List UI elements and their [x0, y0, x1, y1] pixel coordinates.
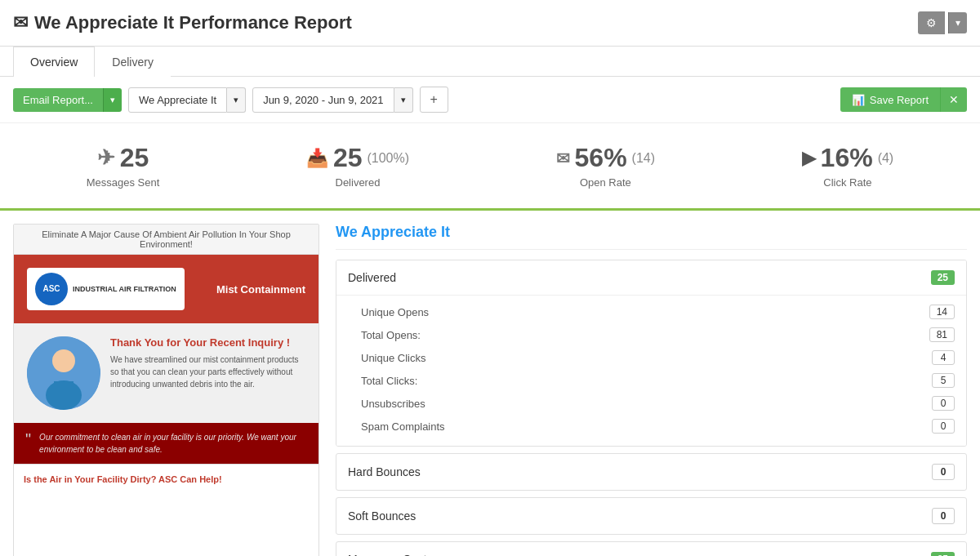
delivered-section: Delivered 25 Unique Opens 14 Total Opens… [336, 260, 967, 447]
toolbar: Email Report... ▾ We Appreciate It ▾ Jun… [0, 77, 980, 123]
messages-sent-value: 25 [120, 143, 149, 173]
report-title: We Appreciate It [336, 224, 967, 250]
svg-point-1 [52, 349, 75, 372]
preview-heading: Thank You for Your Recent Inquiry ! [110, 336, 305, 349]
chart-icon: 📊 [852, 94, 865, 106]
soft-bounces-badge: 0 [932, 508, 955, 524]
date-range-button[interactable]: Jun 9, 2020 - Jun 9, 2021 [252, 87, 394, 113]
svg-rect-3 [54, 381, 74, 398]
toolbar-right: 📊 Save Report ✕ [840, 87, 967, 112]
total-clicks-label: Total Clicks: [348, 375, 417, 387]
campaign-button[interactable]: We Appreciate It [128, 87, 227, 113]
open-rate-label: Open Rate [556, 176, 656, 189]
add-filter-button[interactable]: + [420, 87, 448, 113]
plus-icon: + [430, 92, 438, 106]
campaign-caret-icon: ▾ [234, 95, 238, 105]
preview-cta-text: Is the Air in Your Facility Dirty? ASC C… [24, 474, 309, 484]
gear-button[interactable]: ⚙ [918, 11, 945, 34]
delivered-badge: 25 [931, 270, 955, 285]
header-caret-button[interactable]: ▾ [948, 12, 967, 33]
caret-icon: ▾ [956, 17, 960, 29]
preview-text-block: Thank You for Your Recent Inquiry ! We h… [110, 336, 305, 390]
soft-bounces-label: Soft Bounces [348, 509, 416, 523]
hard-bounces-section[interactable]: Hard Bounces 0 [336, 453, 967, 491]
messages-sent-section-label: Messages Sent [348, 553, 427, 556]
unique-opens-row: Unique Opens 14 [348, 300, 955, 323]
preview-header-title: Mist Containment [216, 283, 305, 296]
preview-quote-text: Our commitment to clean air in your faci… [39, 431, 307, 456]
logo-circle: ASC [35, 273, 68, 305]
preview-header: ASC INDUSTRIAL AIR FILTRATION Mist Conta… [14, 255, 318, 323]
delivered-value: 25 [333, 143, 363, 173]
date-caret[interactable]: ▾ [394, 87, 413, 113]
quote-mark-icon: " [25, 431, 31, 447]
page-header: ✉ We Appreciate It Performance Report ⚙ … [0, 0, 980, 47]
delivered-label: Delivered [306, 176, 409, 189]
logo-text: INDUSTRIAL AIR FILTRATION [73, 284, 176, 295]
unsubscribes-label: Unsubscribes [348, 398, 425, 410]
open-rate-value: 56% [575, 143, 627, 173]
messages-sent-section-badge: 25 [931, 552, 955, 556]
title-text: We Appreciate It Performance Report [34, 12, 352, 33]
close-icon: ✕ [949, 93, 959, 106]
campaign-caret[interactable]: ▾ [227, 87, 246, 113]
click-rate-sub: (4) [878, 151, 894, 166]
total-opens-row: Total Opens: 81 [348, 323, 955, 346]
main-content: Eliminate A Major Cause Of Ambient Air P… [0, 211, 980, 556]
hard-bounces-badge: 0 [932, 464, 955, 480]
total-clicks-value: 5 [932, 373, 955, 388]
date-range-group: Jun 9, 2020 - Jun 9, 2021 ▾ [252, 87, 412, 113]
preview-body: Thank You for Your Recent Inquiry ! We h… [14, 323, 318, 423]
email-report-button[interactable]: Email Report... [13, 88, 103, 112]
email-report-caret[interactable]: ▾ [103, 88, 122, 112]
logo-icon: ASC [42, 284, 60, 294]
soft-bounces-section[interactable]: Soft Bounces 0 [336, 497, 967, 535]
click-rate-label: Click Rate [802, 176, 894, 189]
preview-top-bar: Eliminate A Major Cause Of Ambient Air P… [14, 225, 318, 255]
email-preview: Eliminate A Major Cause Of Ambient Air P… [13, 224, 319, 556]
delivered-label: Delivered [348, 271, 396, 284]
open-rate-sub: (14) [632, 151, 655, 166]
campaign-selector-group: We Appreciate It ▾ [128, 87, 246, 113]
unique-clicks-label: Unique Clicks [348, 352, 425, 364]
stat-delivered: 📥 25 (100%) Delivered [306, 143, 409, 189]
delivered-sub: (100%) [367, 151, 409, 166]
date-caret-icon: ▾ [401, 95, 406, 105]
save-report-group: 📊 Save Report ✕ [840, 87, 967, 112]
gear-icon: ⚙ [926, 16, 937, 29]
unsubscribes-row: Unsubscribes 0 [348, 392, 955, 415]
unique-clicks-row: Unique Clicks 4 [348, 346, 955, 369]
close-report-button[interactable]: ✕ [940, 87, 967, 112]
caret-down-icon: ▾ [110, 95, 115, 105]
hard-bounces-label: Hard Bounces [348, 465, 421, 478]
save-report-button[interactable]: 📊 Save Report [840, 87, 940, 112]
tabs-bar: Overview Delivery [0, 47, 980, 77]
email-report-group: Email Report... ▾ [13, 88, 122, 112]
preview-logo: ASC INDUSTRIAL AIR FILTRATION [27, 268, 185, 310]
delivered-section-body: Unique Opens 14 Total Opens: 81 Unique C… [336, 296, 966, 446]
email-icon: ✉ [13, 12, 28, 33]
preview-quote: " Our commitment to clean air in your fa… [14, 423, 318, 464]
unique-opens-label: Unique Opens [348, 306, 429, 318]
tab-delivery[interactable]: Delivery [95, 47, 171, 77]
stat-click-rate: ▶ 16% (4) Click Rate [802, 143, 894, 189]
stats-row: ✈ 25 Messages Sent 📥 25 (100%) Delivered… [0, 123, 980, 211]
total-clicks-row: Total Clicks: 5 [348, 369, 955, 392]
stat-messages-sent: ✈ 25 Messages Sent [87, 143, 160, 189]
tab-overview[interactable]: Overview [13, 47, 95, 77]
preview-body-text: We have streamlined our mist containment… [110, 354, 305, 390]
preview-cta: Is the Air in Your Facility Dirty? ASC C… [14, 464, 318, 494]
delivered-section-header[interactable]: Delivered 25 [336, 260, 966, 296]
unsubscribes-value: 0 [932, 396, 955, 411]
total-opens-label: Total Opens: [348, 329, 421, 341]
click-rate-value: 16% [821, 143, 873, 173]
spam-complaints-value: 0 [932, 419, 955, 434]
preview-avatar [27, 336, 100, 410]
header-actions: ⚙ ▾ [918, 11, 967, 34]
click-rate-icon: ▶ [802, 148, 816, 169]
page-title: ✉ We Appreciate It Performance Report [13, 12, 352, 33]
spam-complaints-label: Spam Complaints [348, 420, 445, 433]
total-opens-value: 81 [929, 327, 955, 342]
stat-open-rate: ✉ 56% (14) Open Rate [556, 143, 656, 189]
messages-sent-section[interactable]: Messages Sent 25 [336, 541, 967, 556]
